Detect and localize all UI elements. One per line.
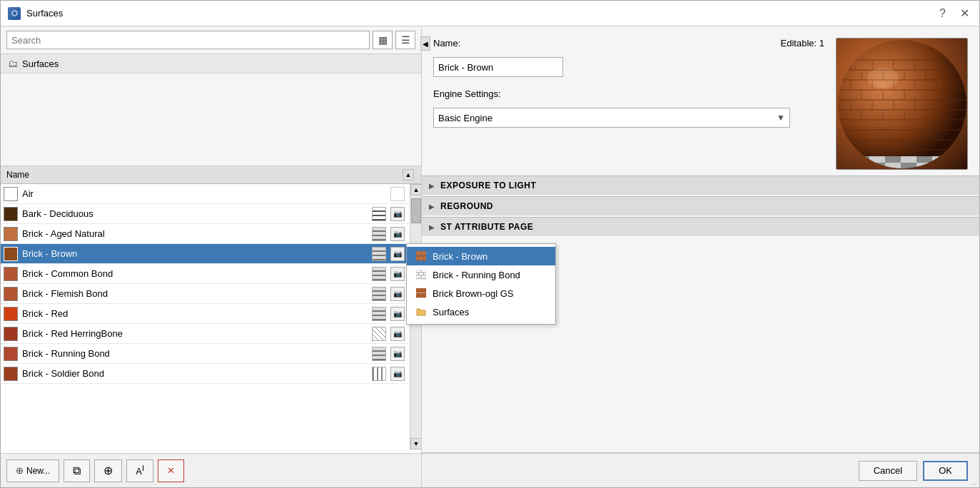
pattern-icon (372, 367, 386, 381)
popup-item-running-bond[interactable]: Brick - Running Bond (407, 265, 555, 284)
table-row[interactable]: Brick - Aged Natural 📷 (1, 224, 410, 244)
pattern-icon (372, 247, 386, 261)
row-icons: 📷 (370, 365, 407, 383)
duplicate-icon: ⧉ (73, 464, 81, 477)
delete-button[interactable]: ✕ (158, 459, 184, 482)
svg-point-52 (867, 68, 899, 88)
camera-icon: 📷 (390, 247, 405, 261)
table-row[interactable]: Air (1, 184, 410, 204)
empty-pattern-cell (388, 185, 407, 203)
color-swatch (4, 187, 18, 201)
table-header: Name ▲ (1, 166, 421, 184)
grid-view-button[interactable]: ▦ (373, 31, 393, 49)
blank-area (1, 73, 421, 166)
camera-icon: 📷 (390, 367, 405, 381)
engine-label-row: Engine Settings: (433, 88, 824, 99)
empty-box (390, 187, 405, 201)
row-icons: 📷 (370, 265, 407, 283)
popup-item-brick-brown-ogl[interactable]: Brick Brown-ogl GS (407, 284, 555, 303)
scroll-up-btn[interactable]: ▲ (403, 169, 414, 181)
table-area: Name ▲ Air (1, 166, 421, 453)
duplicate-button[interactable]: ⧉ (64, 459, 90, 482)
help-button[interactable]: ? (936, 6, 949, 21)
bottom-toolbar: ⊕ New... ⧉ ⊕ AI ✕ (1, 453, 421, 487)
table-row[interactable]: Brick - Red 📷 (1, 304, 410, 324)
section-expand-icon: ▶ (429, 223, 435, 231)
color-swatch (4, 267, 18, 281)
title-bar: ⬡ Surfaces ? ✕ (1, 1, 979, 26)
resize-handle[interactable]: ⌟ (969, 477, 978, 486)
reground-section-header[interactable]: ▶ REGROUND (422, 196, 979, 215)
engine-dropdown[interactable]: Basic Engine ▼ (433, 108, 790, 128)
ok-button[interactable]: OK (923, 461, 968, 481)
pattern-icon (372, 267, 386, 281)
section-title: REGROUND (440, 201, 493, 211)
camera-cell: 📷 (388, 285, 407, 303)
popup-item-label: Brick Brown-ogl GS (433, 288, 513, 299)
folder-icon: 🗂 (8, 58, 18, 69)
import-button[interactable]: ⊕ (94, 459, 122, 482)
context-popup-menu: Brick - Brown Brick - Running Bond (406, 243, 556, 325)
list-icon: ☰ (401, 34, 410, 46)
pattern-cell (370, 285, 388, 303)
table-row[interactable]: Brick - Brown 📷 (1, 244, 410, 264)
table-row[interactable]: Brick - Running Bond 📷 (1, 344, 410, 364)
attribute-section-header[interactable]: ▶ ST ATTRIBUTE PAGE (422, 217, 979, 236)
title-bar-left: ⬡ Surfaces (8, 7, 63, 20)
camera-icon: 📷 (390, 227, 405, 241)
table-row[interactable]: Bark - Deciduous 📷 (1, 204, 410, 224)
pattern-cell (370, 225, 388, 243)
dropdown-arrow-icon: ▼ (777, 113, 785, 123)
pattern-icon (372, 327, 386, 341)
color-swatch (4, 367, 18, 381)
table-row[interactable]: Brick - Red HerringBone 📷 (1, 324, 410, 344)
section-expand-icon: ▶ (429, 203, 435, 210)
camera-cell: 📷 (388, 205, 407, 223)
exposure-section-header[interactable]: ▶ EXPOSURE TO LIGHT (422, 176, 979, 195)
close-button[interactable]: ✕ (957, 6, 972, 21)
color-swatch (4, 327, 18, 341)
row-name: Brick - Red (22, 308, 370, 319)
scroll-down-arrow[interactable]: ▼ (410, 438, 421, 449)
row-name: Brick - Flemish Bond (22, 288, 370, 299)
pattern-icon (372, 207, 386, 221)
surface-name-input[interactable] (433, 57, 563, 77)
app-icon: ⬡ (8, 7, 21, 20)
pattern-cell (370, 365, 388, 383)
row-name: Bark - Deciduous (22, 208, 370, 219)
row-icons (388, 185, 407, 203)
popup-item-brick-brown[interactable]: Brick - Brown (407, 247, 555, 265)
grid-icon: ▦ (378, 34, 388, 46)
name-column-header: Name (6, 170, 403, 180)
section-title: ST ATTRIBUTE PAGE (440, 222, 533, 232)
table-row[interactable]: Brick - Common Bond 📷 (1, 264, 410, 284)
top-right-area: Name: Editable: 1 Engine Settings: (422, 26, 979, 176)
row-name: Brick - Red HerringBone (22, 328, 370, 339)
color-swatch (4, 227, 18, 241)
scroll-thumb[interactable] (411, 198, 421, 223)
camera-cell: 📷 (388, 305, 407, 323)
table-row[interactable]: Brick - Soldier Bond 📷 (1, 364, 410, 384)
import-icon: ⊕ (103, 464, 113, 477)
svg-rect-68 (416, 293, 426, 298)
cancel-button[interactable]: Cancel (859, 461, 917, 481)
folder-header[interactable]: 🗂 Surfaces (1, 54, 421, 73)
rename-icon: AI (136, 464, 144, 477)
collapse-panel-button[interactable]: ◀ (420, 36, 430, 51)
sphere-svg (837, 39, 968, 170)
scroll-up-arrow[interactable]: ▲ (410, 184, 421, 195)
camera-icon: 📷 (390, 347, 405, 361)
popup-item-surfaces[interactable]: Surfaces (407, 303, 555, 321)
brick-ogl-icon (415, 288, 427, 299)
camera-cell: 📷 (388, 245, 407, 263)
rows-area: Air Bark - Deciduous (1, 184, 410, 449)
search-input[interactable] (6, 31, 370, 49)
row-icons: 📷 (370, 345, 407, 363)
new-button[interactable]: ⊕ New... (6, 459, 59, 482)
table-row[interactable]: Brick - Flemish Bond 📷 (1, 284, 410, 304)
list-view-button[interactable]: ☰ (395, 31, 415, 49)
row-icons: 📷 (370, 245, 407, 263)
section-title: EXPOSURE TO LIGHT (440, 181, 536, 190)
rename-button[interactable]: AI (126, 459, 153, 482)
popup-item-label: Brick - Running Bond (433, 270, 520, 280)
